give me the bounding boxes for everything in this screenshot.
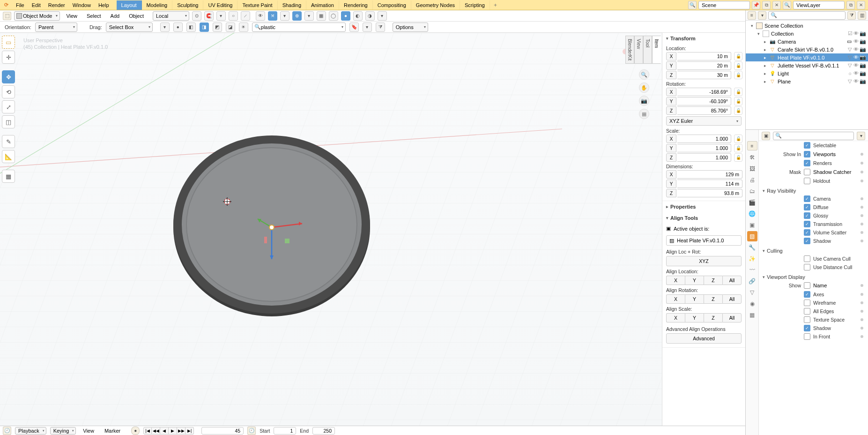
- viewlayer-copy-icon[interactable]: ⧉: [846, 1, 855, 9]
- add-workspace-button[interactable]: ＋: [490, 0, 499, 10]
- rot-y-field[interactable]: -60.109°: [677, 97, 731, 105]
- tool-select-box[interactable]: ▭: [2, 36, 15, 49]
- object-mode-dropdown[interactable]: Object Mode▾: [14, 11, 60, 21]
- shading-rendered-icon[interactable]: ◑: [365, 11, 375, 21]
- gizmo-toggle-icon[interactable]: ⤧: [268, 11, 277, 21]
- gizmo-options-icon[interactable]: ▾: [280, 11, 289, 21]
- props-tab-tool[interactable]: 🛠: [747, 152, 757, 163]
- tool-annotate[interactable]: ✎: [2, 135, 15, 148]
- viewlayer-name-field[interactable]: ViewLayer: [793, 1, 845, 9]
- dim-z-axis[interactable]: Z: [666, 189, 676, 197]
- tool-rotate[interactable]: ⟲: [2, 85, 15, 98]
- chk-shadow-catcher[interactable]: [804, 169, 810, 175]
- rot-z-field[interactable]: 85.706°: [677, 106, 731, 115]
- tool-move[interactable]: ✥: [2, 70, 15, 83]
- loc-z-field[interactable]: 30 m: [677, 71, 731, 79]
- workspace-tab-modeling[interactable]: Modeling: [142, 0, 173, 10]
- asset-search-input[interactable]: [261, 24, 341, 30]
- workspace-tab-uv-editing[interactable]: UV Editing: [203, 0, 237, 10]
- props-breadcrumb-icon[interactable]: ▣: [762, 132, 770, 140]
- rotation-mode-dropdown[interactable]: XYZ Euler▾: [666, 116, 742, 126]
- nav-pan-icon[interactable]: ✋: [639, 82, 649, 93]
- transform-panel-header[interactable]: Transform: [662, 33, 745, 44]
- toolopt-chevron-icon[interactable]: ▾: [160, 22, 170, 32]
- align-rot-y[interactable]: Y: [685, 294, 704, 304]
- 3d-viewport[interactable]: ▭ ✛ ✥ ⟲ ⤢ ◫ ✎ 📐 ▦ User Perspective (45) …: [0, 33, 745, 426]
- render-icon[interactable]: 📷: [860, 78, 866, 84]
- dim-x-axis[interactable]: X: [666, 170, 676, 179]
- outliner-view-icon[interactable]: ▾: [758, 11, 766, 20]
- chk-vp-shadow[interactable]: [804, 325, 810, 331]
- options-dropdown[interactable]: Options▾: [393, 22, 428, 32]
- autokey-icon[interactable]: ●: [131, 427, 140, 435]
- viewlayer-browse-icon[interactable]: 🔍: [783, 1, 791, 9]
- toolopt-shape2-icon[interactable]: ◨: [200, 22, 209, 32]
- viewport-menu-view[interactable]: View: [63, 11, 81, 21]
- loc-z-axis[interactable]: Z: [666, 71, 676, 79]
- align-loc-z[interactable]: Z: [704, 276, 722, 285]
- render-icon[interactable]: 📷: [860, 38, 866, 45]
- workspace-tab-rendering[interactable]: Rendering: [339, 0, 373, 10]
- rot-x-field[interactable]: -168.69°: [677, 88, 731, 96]
- outliner-item[interactable]: ▸📷Camera▭👁📷: [746, 38, 868, 45]
- workspace-tab-sculpting[interactable]: Sculpting: [172, 0, 203, 10]
- jump-end-button[interactable]: ▶|: [185, 427, 194, 435]
- scale-y-axis[interactable]: Y: [666, 144, 676, 152]
- render-icon[interactable]: 📷: [860, 46, 866, 52]
- workspace-tab-texture-paint[interactable]: Texture Paint: [237, 0, 277, 10]
- culling-header[interactable]: Culling: [759, 245, 868, 255]
- rot-y-lock-icon[interactable]: 🔓: [734, 97, 742, 105]
- chk-vp-all-edges[interactable]: [804, 308, 810, 315]
- chk-vp-wireframe[interactable]: [804, 300, 810, 306]
- chk-ray-transmission[interactable]: [804, 221, 810, 227]
- workspace-tab-scripting[interactable]: Scripting: [460, 0, 490, 10]
- chk-ray-diffuse[interactable]: [804, 204, 810, 210]
- props-tab-viewlayer[interactable]: 🗂: [747, 186, 757, 196]
- viewport-display-header[interactable]: Viewport Display: [759, 271, 868, 281]
- scale-z-lock-icon[interactable]: 🔓: [734, 153, 742, 162]
- scale-y-field[interactable]: 1.000: [677, 144, 731, 152]
- tool-add-cube[interactable]: ▦: [2, 170, 15, 183]
- frame-lock-icon[interactable]: 🕘: [247, 427, 256, 435]
- dim-z-field[interactable]: 93.8 m: [677, 189, 742, 197]
- props-tab-texture[interactable]: ▦: [747, 310, 757, 320]
- props-tab-output[interactable]: 🖨: [747, 175, 757, 185]
- props-tab-collection[interactable]: ▣: [747, 220, 757, 230]
- chk-holdout[interactable]: [804, 178, 810, 184]
- filter-chevron-icon[interactable]: ▾: [363, 22, 372, 32]
- chk-ray-camera[interactable]: [804, 195, 810, 202]
- render-icon[interactable]: 📷: [860, 54, 866, 60]
- align-scl-all[interactable]: All: [722, 313, 742, 322]
- shading-wire-icon[interactable]: ◯: [329, 11, 338, 21]
- scale-x-lock-icon[interactable]: 🔓: [734, 135, 742, 143]
- npanel-tab-item[interactable]: Item: [652, 36, 661, 64]
- pivot-icon[interactable]: ⊙: [192, 11, 201, 21]
- outliner-display-mode-icon[interactable]: ≡: [748, 11, 756, 20]
- align-xyz-button[interactable]: XYZ: [666, 256, 742, 266]
- loc-z-lock-icon[interactable]: 🔓: [734, 71, 742, 79]
- asset-search[interactable]: 🔍 ▾: [252, 22, 346, 32]
- props-tab-material[interactable]: ◉: [747, 299, 757, 309]
- filter-funnel-icon[interactable]: ⧩: [376, 22, 385, 32]
- next-key-button[interactable]: ▶▶: [177, 427, 185, 435]
- scale-x-field[interactable]: 1.000: [677, 135, 731, 143]
- align-rot-x[interactable]: X: [666, 294, 685, 304]
- jump-start-button[interactable]: |◀: [143, 427, 152, 435]
- props-tab-modifier[interactable]: 🔧: [747, 242, 757, 253]
- outliner-item[interactable]: ▸▽Plane▽👁📷: [746, 77, 868, 85]
- outliner-search[interactable]: 🔍: [768, 11, 846, 20]
- timeline-editor-icon[interactable]: 🕘: [3, 427, 11, 435]
- props-tab-particle[interactable]: ✨: [747, 254, 757, 264]
- outliner-item[interactable]: ▸▽Heat Plate VF.v0.1.0▽👁📷: [746, 53, 868, 61]
- rot-y-axis[interactable]: Y: [666, 97, 676, 105]
- shading-options-icon[interactable]: ▾: [378, 11, 387, 21]
- scale-z-axis[interactable]: Z: [666, 153, 676, 162]
- eye-icon[interactable]: 👁: [853, 46, 859, 52]
- align-rot-all[interactable]: All: [722, 294, 742, 304]
- exclude-checkbox-icon[interactable]: ☑: [848, 30, 853, 37]
- tool-cursor[interactable]: ✛: [2, 51, 15, 64]
- chk-vp-texture-space[interactable]: [804, 316, 810, 323]
- eye-icon[interactable]: 👁: [853, 38, 859, 45]
- workspace-tab-layout[interactable]: Layout: [117, 0, 142, 10]
- properties-panel-header[interactable]: Properties: [662, 201, 745, 212]
